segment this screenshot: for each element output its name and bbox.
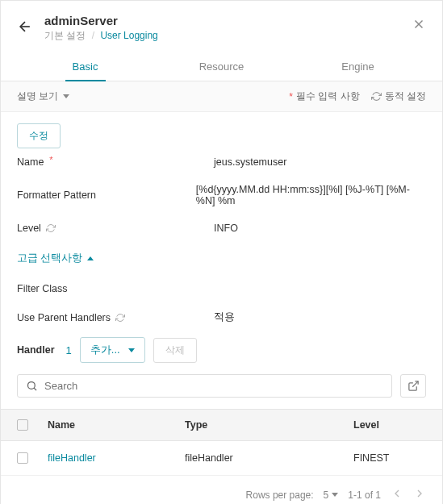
handler-table: Name Type Level fileHandler fileHandler … — [1, 409, 442, 476]
required-legend: 필수 입력 사항 — [296, 90, 360, 103]
refresh-icon — [46, 223, 56, 233]
chevron-up-icon — [87, 256, 94, 260]
close-button[interactable] — [412, 14, 426, 34]
arrow-left-icon — [17, 19, 33, 35]
refresh-icon — [371, 91, 382, 102]
rows-per-page-label: Rows per page: — [246, 489, 314, 501]
form-panel: 수정 Name* jeus.systemuser Formatter Patte… — [1, 112, 442, 374]
level-label: Level — [17, 223, 41, 234]
view-description-toggle[interactable]: 설명 보기 — [17, 90, 69, 103]
field-formatter: Formatter Pattern [%d{yyyy.MM.dd HH:mm:s… — [17, 176, 426, 215]
name-label: Name — [17, 156, 44, 168]
external-link-icon — [407, 380, 420, 392]
view-toggle-label: 설명 보기 — [17, 90, 58, 103]
header-info: adminServer 기본 설정 / User Logging — [44, 14, 400, 43]
next-page-button[interactable] — [413, 487, 426, 502]
field-parent-handlers: Use Parent Handlers 적용 — [17, 302, 426, 332]
name-value: jeus.systemuser — [214, 156, 286, 168]
table-row: fileHandler fileHandler FINEST — [1, 441, 442, 476]
dynamic-legend: 동적 설정 — [385, 90, 426, 103]
breadcrumb-current: User Logging — [100, 30, 157, 41]
breadcrumb-root[interactable]: 기본 설정 — [44, 30, 86, 41]
field-name: Name* jeus.systemuser — [17, 148, 426, 176]
chevron-right-icon — [413, 487, 426, 500]
page-size-value: 5 — [324, 489, 329, 501]
add-label: 추가... — [90, 343, 120, 357]
handler-count: 1 — [66, 344, 72, 356]
tab-resource[interactable]: Resource — [153, 52, 290, 81]
required-icon: * — [49, 155, 52, 165]
breadcrumb-separator: / — [92, 30, 94, 41]
tab-basic[interactable]: Basic — [17, 52, 153, 81]
delete-handler-button[interactable]: 삭제 — [153, 338, 197, 363]
row-checkbox[interactable] — [17, 452, 28, 464]
handler-toolbar: Handler 1 추가... 삭제 — [17, 332, 426, 374]
col-type-header[interactable]: Type — [185, 419, 353, 431]
search-row — [1, 374, 442, 409]
formatter-value: [%d{yyyy.MM.dd HH:mm:ss}][%l] [%J-%T] [%… — [196, 184, 426, 206]
table-header: Name Type Level — [1, 409, 442, 441]
chevron-down-icon — [332, 493, 338, 497]
back-button[interactable] — [17, 14, 33, 37]
tab-engine[interactable]: Engine — [290, 52, 426, 81]
col-level-header[interactable]: Level — [353, 419, 426, 431]
advanced-toggle[interactable]: 고급 선택사항 — [17, 242, 94, 275]
view-options-bar: 설명 보기 * 필수 입력 사항 동적 설정 — [1, 81, 442, 112]
refresh-icon — [115, 313, 125, 323]
chevron-down-icon — [128, 348, 135, 352]
field-filter-class: Filter Class — [17, 275, 426, 302]
filter-label: Filter Class — [17, 283, 68, 294]
add-handler-button[interactable]: 추가... — [80, 337, 145, 363]
parent-value: 적용 — [214, 310, 235, 324]
row-name-link[interactable]: fileHandler — [48, 452, 96, 464]
level-value: INFO — [214, 223, 238, 234]
close-icon — [412, 17, 426, 31]
search-icon — [26, 380, 38, 392]
formatter-label: Formatter Pattern — [17, 190, 96, 201]
select-all-checkbox[interactable] — [17, 419, 28, 431]
rows-per-page-select[interactable]: 5 — [324, 489, 339, 501]
row-type: fileHandler — [185, 452, 353, 464]
prev-page-button[interactable] — [391, 487, 403, 502]
svg-point-0 — [28, 382, 36, 389]
panel-header: adminServer 기본 설정 / User Logging — [1, 1, 442, 52]
handler-label: Handler — [17, 344, 55, 356]
chevron-down-icon — [63, 94, 69, 98]
tab-bar: Basic Resource Engine — [1, 52, 442, 81]
search-box[interactable] — [17, 374, 392, 398]
parent-label: Use Parent Handlers — [17, 312, 111, 323]
open-external-button[interactable] — [400, 374, 426, 398]
page-range: 1-1 of 1 — [348, 489, 381, 501]
breadcrumb: 기본 설정 / User Logging — [44, 29, 400, 43]
field-level: Level INFO — [17, 215, 426, 242]
row-level: FINEST — [353, 452, 426, 464]
chevron-left-icon — [391, 487, 403, 500]
col-name-header[interactable]: Name — [48, 419, 185, 431]
edit-button[interactable]: 수정 — [17, 123, 61, 148]
pagination: Rows per page: 5 1-1 of 1 — [1, 476, 442, 504]
search-input[interactable] — [44, 380, 383, 392]
required-asterisk-icon: * — [289, 91, 293, 102]
page-title: adminServer — [44, 14, 400, 27]
advanced-label: 고급 선택사항 — [17, 252, 82, 265]
